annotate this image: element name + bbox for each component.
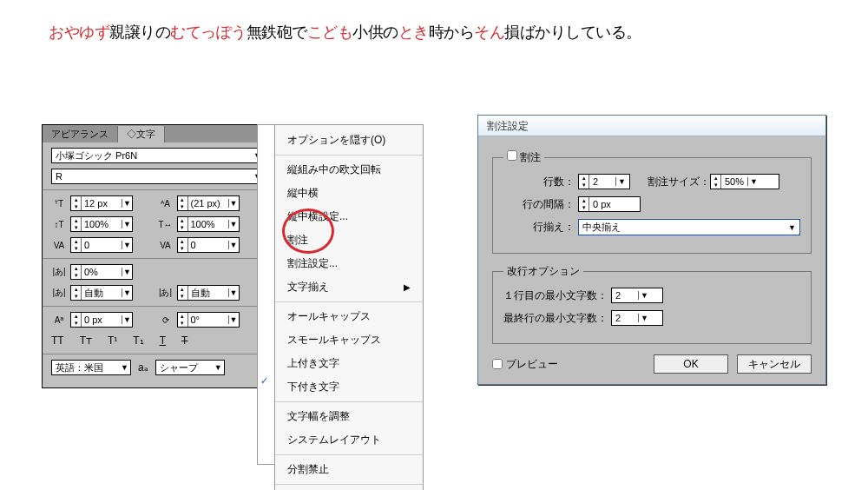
firstmin-input[interactable]: 2▼ [611, 288, 663, 303]
hscale-input[interactable]: ▴▾100%▼ [177, 216, 240, 232]
menu-char-align[interactable]: 文字揃え▶ [275, 275, 423, 299]
subscript-toggle[interactable]: T₁ [133, 334, 143, 347]
allcaps-toggle[interactable]: TT [51, 334, 64, 347]
cancel-button[interactable]: キャンセル [737, 354, 812, 374]
tab-appearance[interactable]: アピアランス [43, 126, 118, 142]
break-legend: 改行オプション [503, 264, 583, 279]
vscale-icon: ↕T [51, 216, 67, 232]
lines-input[interactable]: ▴▾2▼ [578, 174, 630, 189]
align-select[interactable]: 中央揃え▼ [578, 219, 800, 235]
size-label: 割注サイズ： [648, 175, 710, 189]
aki-left-input[interactable]: ▴▾自動▼ [70, 285, 133, 301]
tracking-input[interactable]: ▴▾0▼ [177, 237, 240, 253]
preview-checkbox-label[interactable]: プレビュー [492, 357, 558, 372]
lines-label: 行数： [503, 175, 578, 189]
lastmin-label: 最終行の最小文字数： [503, 311, 611, 326]
menu-system-layout[interactable]: システムレイアウト [275, 428, 423, 452]
align-label: 行揃え： [503, 220, 578, 235]
language-select[interactable]: 英語：米国▼ [51, 360, 131, 375]
leading-input[interactable]: ▴▾(21 px)▼ [177, 195, 240, 211]
lastmin-input[interactable]: 2▼ [611, 310, 663, 326]
break-fieldset: 改行オプション １行目の最小文字数： 2▼ 最終行の最小文字数： 2▼ [492, 264, 812, 344]
dialog-title: 割注設定 [478, 116, 825, 136]
menu-tatechuyoko-settings[interactable]: 縦中横設定... [275, 205, 423, 228]
vscale-input[interactable]: ▴▾100%▼ [70, 216, 133, 232]
menu-allcaps[interactable]: オールキャップス [275, 305, 423, 328]
rotation-icon: ⟳ [158, 312, 174, 328]
baseline-input[interactable]: ▴▾0 px▼ [70, 312, 133, 328]
font-weight-select[interactable]: R▼ [51, 169, 264, 184]
menu-warichu-settings[interactable]: 割注設定... [275, 252, 423, 275]
ok-button[interactable]: OK [654, 354, 728, 374]
aki-before-input[interactable]: ▴▾0%▼ [70, 264, 133, 280]
menu-subscript[interactable]: 下付き文字 [275, 375, 423, 399]
tab-character[interactable]: ◇文字 [118, 126, 165, 142]
superscript-toggle[interactable]: T¹ [108, 334, 117, 347]
menu-check-column [257, 124, 274, 465]
aki-right-icon: |あ| [158, 285, 174, 301]
aki-right-input[interactable]: ▴▾自動▼ [177, 285, 240, 301]
preview-checkbox[interactable] [492, 359, 503, 369]
baseline-icon: Aª [51, 312, 67, 328]
menu-hide-options[interactable]: オプションを隠す(O) [275, 129, 423, 152]
menu-tatechuyoko[interactable]: 縦中横 [275, 182, 423, 205]
aki-left-icon: |あ| [51, 285, 67, 301]
panel-flyout-menu: オプションを隠す(O) 縦組み中の欧文回転 縦中横 縦中横設定... 割注 割注… [274, 124, 424, 490]
hscale-icon: T↔ [158, 216, 174, 232]
panel-tabbar: アピアランス ◇文字 ▾≡ [43, 125, 273, 142]
antialias-select[interactable]: シャープ▼ [155, 360, 225, 375]
smallcaps-toggle[interactable]: Tᴛ [80, 334, 92, 347]
kerning-icon: VA [51, 237, 67, 253]
aki-before-icon: |あ| [51, 264, 67, 280]
warichu-fieldset: 割注 行数： ▴▾2▼ 割注サイズ： ▴▾50%▼ 行の間隔： ▴▾0 px 行… [492, 150, 812, 254]
underline-toggle[interactable]: T [160, 334, 166, 347]
menu-warichu[interactable]: 割注 [275, 228, 423, 252]
gap-label: 行の間隔： [503, 197, 578, 212]
firstmin-label: １行目の最小文字数： [503, 288, 611, 303]
size-input[interactable]: ▴▾50%▼ [710, 174, 779, 189]
strike-toggle[interactable]: T [181, 334, 187, 347]
sample-sentence: おやゆず親譲りのむてっぽう無鉄砲でこども小供のとき時からそん損ばかりしている。 [49, 22, 641, 43]
leading-icon: ᴬA [158, 195, 174, 211]
character-panel: アピアランス ◇文字 ▾≡ 小塚ゴシック Pr6N▼ R▼ ᵀT▴▾12 px▼… [42, 124, 273, 388]
menu-superscript[interactable]: 上付き文字 [275, 352, 423, 375]
antialias-label: aₐ [138, 361, 148, 374]
font-size-icon: ᵀT [51, 195, 67, 211]
menu-check-icon: ✓ [260, 375, 268, 387]
warichu-legend: 割注 [503, 150, 544, 165]
tracking-icon: VA [158, 237, 174, 253]
warichu-dialog: 割注設定 割注 行数： ▴▾2▼ 割注サイズ： ▴▾50%▼ 行の間隔： ▴▾0… [477, 115, 826, 385]
menu-smallcaps[interactable]: スモールキャップス [275, 328, 423, 352]
kerning-input[interactable]: ▴▾0▼ [70, 237, 133, 253]
gap-input[interactable]: ▴▾0 px [578, 196, 641, 212]
menu-proportional[interactable]: 文字幅を調整 [275, 405, 423, 428]
font-size-input[interactable]: ▴▾12 px▼ [70, 195, 133, 211]
rotation-input[interactable]: ▴▾0°▼ [177, 312, 240, 328]
menu-tatechuyoko-rotation[interactable]: 縦組み中の欧文回転 [275, 158, 423, 182]
font-family-select[interactable]: 小塚ゴシック Pr6N▼ [51, 148, 264, 163]
warichu-checkbox[interactable] [507, 150, 517, 161]
menu-nobreak[interactable]: 分割禁止 [275, 458, 423, 481]
